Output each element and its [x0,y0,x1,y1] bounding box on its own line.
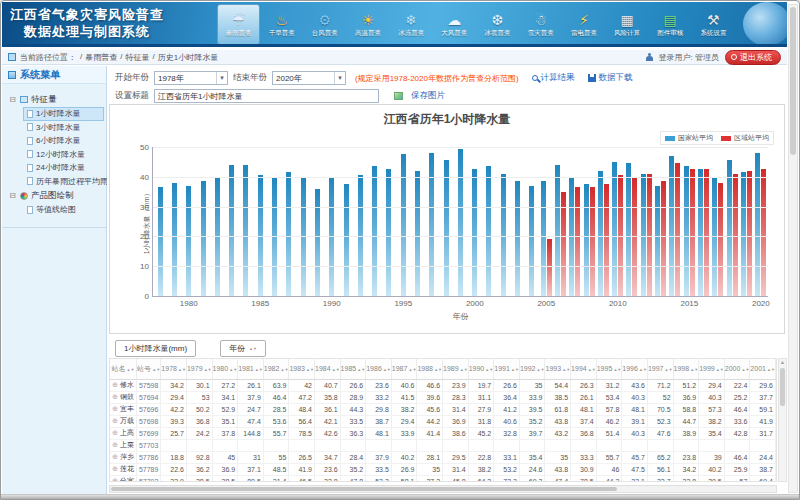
year-slot-2006 [553,147,567,296]
nav-item-lightning[interactable]: ⚡雷电普查 [562,4,605,45]
logout-button[interactable]: 退出系统 [725,50,781,65]
table-horizontal-scrollbar[interactable] [109,485,777,493]
nav-item-risk-calc[interactable]: ▦风险计算 [606,4,649,45]
tree-expander-icon[interactable]: ⊟ [8,191,17,200]
column-header-year-1999[interactable]: 1999 ▲▼ [699,359,725,379]
column-header-year-1988[interactable]: 1988 ▲▼ [417,359,443,379]
nav-item-typhoon[interactable]: ⚙台风普查 [303,4,346,45]
nav-item-drought[interactable]: ♨干旱普查 [260,4,303,45]
page-scrollbar-thumb[interactable] [790,7,796,155]
nav-item-rainstorm[interactable]: ☔暴雨普查 [217,4,260,45]
column-header-year-1994[interactable]: 1994 ▲▼ [571,359,597,379]
nav-item-hail[interactable]: ❆冰雹普查 [476,4,519,45]
nav-item-high-temp[interactable]: ☀高温普查 [347,4,390,45]
value-cell: 26.1 [571,391,597,403]
column-header-year-1982[interactable]: 1982 ▲▼ [263,359,289,379]
row-expander-icon[interactable]: ⊕ [112,465,118,472]
nav-item-map-review[interactable]: ▤图件审核 [649,4,692,45]
column-header-year-1997[interactable]: 1997 ▲▼ [647,359,673,379]
nav-item-gale[interactable]: ☁大风普查 [433,4,476,45]
row-expander-icon[interactable]: ⊕ [112,381,118,388]
freeze-icon: ❄ [405,12,417,29]
column-header-year-1983[interactable]: 1983 ▲▼ [289,359,315,379]
tree-leaf[interactable]: 历年暴雨过程平均雨量 [23,175,104,189]
station-name-cell[interactable]: ⊕莲花 [110,463,136,475]
column-header-year-1985[interactable]: 1985 ▲▼ [340,359,366,379]
column-header-year-1979[interactable]: 1979 ▲▼ [186,359,212,379]
column-header-station[interactable]: 站名 ▲▼ [110,359,136,379]
column-header-year-1995[interactable]: 1995 ▲▼ [596,359,622,379]
row-expander-icon[interactable]: ⊕ [112,393,118,400]
column-header-year-1989[interactable]: 1989 ▲▼ [443,359,469,379]
tree-leaf[interactable]: 等值线绘图 [23,203,104,217]
column-header-year-2000[interactable]: 2000 ▲▼ [724,359,750,379]
breadcrumb-item[interactable]: 暴雨普查 [85,52,117,63]
column-header-station-id[interactable]: 站号 ▲▼ [136,359,160,379]
tree-leaf[interactable]: 12小时降水量 [23,148,104,162]
value-cell: 44.3 [340,403,366,415]
tree-leaf[interactable]: 1小时降水量 [23,107,104,121]
row-expander-icon[interactable]: ⊕ [112,417,118,424]
nav-item-snow[interactable]: ☃雪灾普查 [519,4,562,45]
value-cell: 53 [186,391,212,403]
station-name-cell[interactable]: ⊕宜丰 [110,403,136,415]
tree-leaf[interactable]: 6小时降水量 [23,134,104,148]
column-header-year-1981[interactable]: 1981 ▲▼ [238,359,264,379]
end-year-select[interactable]: 2020年 ▾ [272,71,346,85]
row-expander-icon[interactable]: ⊕ [112,477,118,482]
station-name-cell[interactable]: ⊕铜鼓 [110,391,136,403]
breadcrumb-item[interactable]: 历史1小时降水量 [158,52,218,63]
scroll-up-icon[interactable]: ▲ [779,359,786,366]
column-header-year-2001[interactable]: 2001 ▲▼ [750,359,776,379]
column-header-year-1998[interactable]: 1998 ▲▼ [673,359,699,379]
table-vscroll-thumb[interactable] [780,368,785,406]
row-expander-icon[interactable]: ⊕ [112,441,118,448]
tree-leaf[interactable]: 24小时降水量 [23,161,104,175]
station-name-cell[interactable]: ⊕修水 [110,379,136,391]
settings-icon: ⚒ [707,12,720,29]
year-sort-control[interactable]: 年份 ▲▼ [220,340,266,357]
column-header-year-2002[interactable]: 2002 ▲▼ [775,359,777,379]
value-cell: 53.2 [494,463,520,475]
start-year-select[interactable]: 1978年 ▾ [154,71,228,85]
station-name-cell[interactable]: ⊕分宜 [110,475,136,482]
bar-national-1978 [158,187,163,296]
year-slot-1999 [453,147,467,296]
column-header-year-1990[interactable]: 1990 ▲▼ [468,359,494,379]
download-button[interactable]: 数据下载 [588,72,633,84]
station-name-cell[interactable]: ⊕上栗 [110,439,136,451]
column-header-year-1984[interactable]: 1984 ▲▼ [315,359,341,379]
station-name-cell[interactable]: ⊕上高 [110,427,136,439]
column-header-year-1986[interactable]: 1986 ▲▼ [366,359,392,379]
bar-national-2005 [541,181,546,296]
tree-expander-icon[interactable]: ⊟ [8,95,17,104]
tree-leaf[interactable]: 3小时降水量 [23,121,104,135]
table-tab-precip[interactable]: 1小时降水量(mm) [115,340,196,357]
nav-item-label: 雪灾普查 [528,29,554,37]
station-name-cell[interactable]: ⊕萍乡 [110,451,136,463]
save-image-button[interactable]: 保存图片 [411,90,445,102]
row-expander-icon[interactable]: ⊕ [112,429,118,436]
nav-item-settings[interactable]: ⚒系统设置 [692,4,735,45]
row-expander-icon[interactable]: ⊕ [112,405,118,412]
column-header-year-1992[interactable]: 1992 ▲▼ [519,359,545,379]
column-header-year-1996[interactable]: 1996 ▲▼ [622,359,648,379]
table-hscroll-thumb[interactable] [111,487,617,491]
station-name-cell[interactable]: ⊕万载 [110,415,136,427]
calculate-button[interactable]: 计算结果 [532,72,575,84]
table-vertical-scrollbar[interactable]: ▲ [778,358,787,482]
page-vertical-scrollbar[interactable] [788,4,798,493]
column-header-year-1987[interactable]: 1987 ▲▼ [391,359,417,379]
station-id-cell: 57598 [136,379,160,391]
tree-leaf-label: 24小时降水量 [36,162,85,173]
column-header-year-1991[interactable]: 1991 ▲▼ [494,359,520,379]
breadcrumb-item[interactable]: 特征量 [125,52,149,63]
column-header-year-1993[interactable]: 1993 ▲▼ [545,359,571,379]
row-expander-icon[interactable]: ⊕ [112,453,118,460]
chart-title-input[interactable] [154,89,379,103]
column-header-year-1980[interactable]: 1980 ▲▼ [212,359,238,379]
column-header-year-1978[interactable]: 1978 ▲▼ [161,359,187,379]
tree-node-0[interactable]: ⊟特征量 [8,92,104,107]
nav-item-freeze[interactable]: ❄冰冻普查 [390,4,433,45]
tree-node-1[interactable]: ⊟产品图绘制 [8,188,104,203]
